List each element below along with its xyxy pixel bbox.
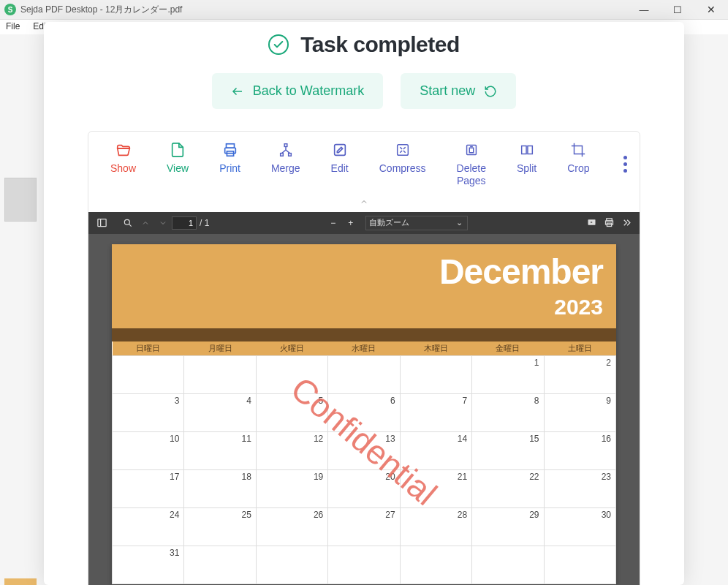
back-label: Back to Watermark: [253, 83, 364, 99]
crop-label: Crop: [567, 162, 589, 174]
presentation-button[interactable]: [583, 214, 600, 232]
crop-button[interactable]: Crop: [567, 142, 589, 174]
search-button[interactable]: [119, 214, 137, 232]
current-page-input[interactable]: [172, 216, 197, 230]
svg-point-14: [124, 219, 129, 224]
svg-rect-4: [284, 144, 287, 147]
svg-rect-6: [288, 154, 291, 156]
svg-line-15: [129, 224, 131, 226]
zoom-select[interactable]: 自動ズーム ⌄: [365, 216, 468, 230]
chevron-up-icon: [357, 197, 371, 206]
day-header: 日曜日: [113, 341, 184, 356]
calendar-month: December: [112, 252, 603, 292]
sidebar-toggle-button[interactable]: [93, 214, 110, 232]
compress-label: Compress: [379, 162, 426, 174]
day-header: 水曜日: [328, 341, 400, 356]
document-icon: [170, 142, 186, 158]
pencil-icon: [332, 142, 348, 158]
collapse-toolbar-button[interactable]: [88, 193, 640, 212]
pdf-viewer-toolbar: / 1 − + 自動ズーム ⌄: [88, 212, 640, 234]
day-header: 木曜日: [400, 341, 471, 356]
folder-open-icon: [115, 142, 132, 158]
merge-icon: [278, 142, 294, 158]
window-title: Sejda PDF Desktop - 12月カレンダー.pdf: [20, 4, 627, 16]
minimize-button[interactable]: —: [627, 0, 661, 20]
svg-rect-11: [528, 146, 532, 154]
compress-button[interactable]: Compress: [379, 142, 426, 174]
print-button[interactable]: Print: [219, 142, 240, 174]
printer-icon: [222, 142, 238, 158]
zoom-in-button[interactable]: +: [342, 214, 360, 232]
edit-button[interactable]: Edit: [331, 142, 349, 174]
print-label: Print: [219, 162, 240, 174]
sidebar-thumb: [4, 178, 37, 222]
next-page-button[interactable]: [154, 214, 172, 232]
chevron-down-icon: ⌄: [456, 218, 463, 227]
titlebar: S Sejda PDF Desktop - 12月カレンダー.pdf — ☐ ✕: [0, 0, 728, 20]
trash-icon: [463, 142, 479, 158]
sidebar-thumb-2: [4, 578, 37, 585]
svg-rect-12: [97, 219, 105, 227]
app-icon: S: [4, 4, 16, 15]
success-check-icon: [268, 34, 289, 55]
crop-icon: [570, 142, 586, 158]
refresh-icon: [484, 85, 497, 98]
show-label: Show: [110, 162, 136, 174]
pdf-page: December 2023 日曜日 月曜日 火曜日 水曜日 木曜日 金曜日 土曜…: [112, 244, 616, 584]
menu-file[interactable]: File: [3, 20, 23, 34]
arrow-left-icon: [231, 85, 244, 98]
total-pages: / 1: [200, 218, 209, 228]
action-toolbar: Show View Print Merge Edit Compress: [88, 132, 640, 193]
edit-label: Edit: [331, 162, 349, 174]
task-modal: Task completed Back to Watermark Start n…: [44, 22, 684, 585]
print-pdf-button[interactable]: [600, 214, 618, 232]
view-label: View: [167, 162, 189, 174]
day-header: 土曜日: [544, 341, 615, 356]
zoom-label: 自動ズーム: [369, 217, 409, 228]
day-header: 月曜日: [184, 341, 256, 356]
maximize-button[interactable]: ☐: [661, 0, 694, 20]
delete-pages-button[interactable]: DeletePages: [457, 142, 486, 187]
split-label: Split: [517, 162, 536, 174]
prev-page-button[interactable]: [137, 214, 154, 232]
merge-label: Merge: [271, 162, 300, 174]
svg-rect-5: [280, 154, 283, 156]
day-header: 金曜日: [472, 341, 544, 356]
split-button[interactable]: Split: [517, 142, 536, 174]
pdf-page-area[interactable]: December 2023 日曜日 月曜日 火曜日 水曜日 木曜日 金曜日 土曜…: [88, 234, 640, 585]
svg-rect-7: [334, 145, 345, 156]
start-label: Start new: [420, 83, 475, 99]
back-to-watermark-button[interactable]: Back to Watermark: [212, 73, 383, 109]
svg-rect-10: [521, 146, 526, 154]
task-heading: Task completed: [300, 32, 460, 57]
merge-button[interactable]: Merge: [271, 142, 300, 174]
show-button[interactable]: Show: [110, 142, 136, 174]
start-new-button[interactable]: Start new: [401, 73, 516, 109]
calendar-stripe: [112, 328, 616, 341]
more-actions-button[interactable]: [621, 153, 630, 176]
zoom-out-button[interactable]: −: [325, 214, 342, 232]
calendar-year: 2023: [112, 295, 603, 320]
compress-icon: [395, 142, 411, 158]
calendar-table: 日曜日 月曜日 火曜日 水曜日 木曜日 金曜日 土曜日 12 3456789 1…: [112, 341, 616, 584]
window-close-button[interactable]: ✕: [694, 0, 728, 20]
day-header: 火曜日: [256, 341, 327, 356]
view-button[interactable]: View: [167, 142, 189, 174]
more-pdf-button[interactable]: [618, 214, 635, 232]
preview-panel: Show View Print Merge Edit Compress: [88, 131, 640, 585]
delete-pages-label: DeletePages: [457, 162, 486, 187]
svg-rect-8: [397, 145, 408, 156]
split-icon: [519, 142, 535, 158]
